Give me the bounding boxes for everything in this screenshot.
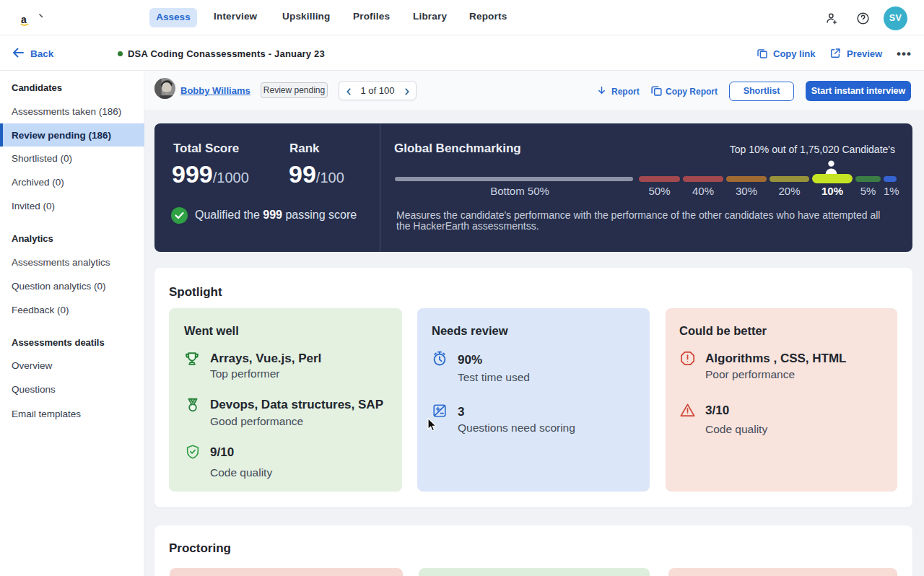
svg-text:a: a [21, 14, 27, 25]
